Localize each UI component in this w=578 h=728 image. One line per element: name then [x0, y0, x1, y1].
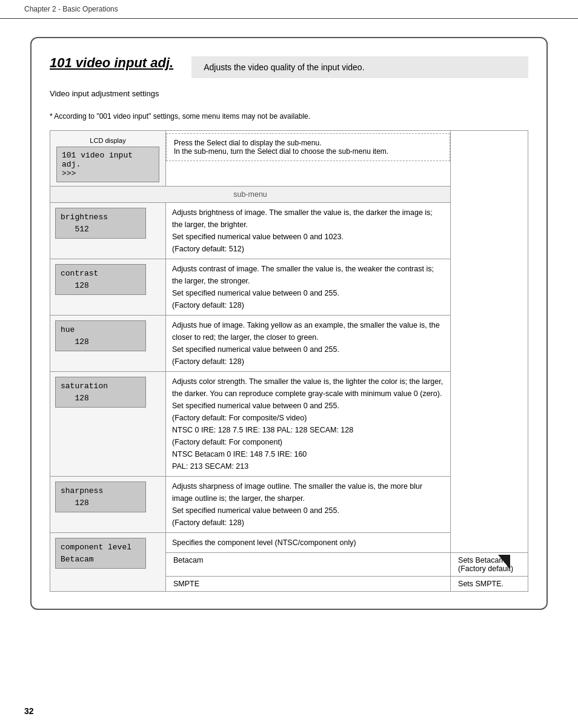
- lcd-cell-1: contrast 128: [50, 259, 166, 316]
- title-description: Adjusts the video quality of the input v…: [191, 56, 528, 78]
- main-table: LCD display 101 video input adj. >>> Pre…: [50, 130, 528, 592]
- next-page-arrow: [498, 555, 510, 569]
- chapter-text: Chapter 2 - Basic Operations: [24, 5, 118, 13]
- component-sub-desc-1: Sets SMPTE.: [451, 577, 528, 592]
- outer-box: 101 video input adj. Adjusts the video q…: [30, 37, 548, 610]
- desc-cell-3: Adjusts color strength. The smaller the …: [166, 372, 451, 477]
- main-content: 101 video input adj. Adjusts the video q…: [0, 19, 578, 628]
- component-sub-label-1: SMPTE: [166, 577, 451, 592]
- desc-cell-0: Adjusts brightness of image. The smaller…: [166, 203, 451, 259]
- page: Chapter 2 - Basic Operations 101 video i…: [0, 0, 578, 728]
- instruction-box: Press the Select dial to display the sub…: [166, 133, 450, 161]
- lcd-cell-3: saturation 128: [50, 372, 166, 477]
- chapter-header: Chapter 2 - Basic Operations: [0, 0, 578, 19]
- desc-cell-4: Adjusts sharpness of image outline. The …: [166, 477, 451, 533]
- lcd-display-1: contrast 128: [55, 264, 146, 295]
- page-title: 101 video input adj.: [50, 55, 173, 71]
- lcd-cell-0: brightness 512: [50, 203, 166, 259]
- sub-menu-label: sub-menu: [50, 187, 451, 203]
- lcd-display-2: hue 128: [55, 320, 146, 351]
- subtitle: Video input adjustment settings: [50, 89, 528, 98]
- lcd-display-3: saturation 128: [55, 377, 146, 408]
- lcd-header: LCD display: [56, 134, 159, 147]
- lcd-cell-2: hue 128: [50, 316, 166, 372]
- lcd-display-0: brightness 512: [55, 208, 146, 239]
- component-sub-label-0: Betacam: [166, 553, 451, 577]
- desc-cell-1: Adjusts contrast of image. The smaller t…: [166, 259, 451, 316]
- lcd-main-display: 101 video input adj. >>>: [56, 147, 159, 182]
- lcd-cell-4: sharpness 128: [50, 477, 166, 533]
- page-number: 32: [24, 706, 34, 716]
- lcd-display-component: component levelBetacam: [55, 538, 146, 569]
- component-sub-desc-0: Sets Betacam (Factory default): [451, 553, 528, 577]
- note: * According to "001 video input" setting…: [50, 112, 528, 121]
- title-section: 101 video input adj. Adjusts the video q…: [50, 55, 528, 78]
- lcd-cell-component: component levelBetacam: [50, 533, 166, 592]
- desc-cell-component: Specifies the component level (NTSC/comp…: [166, 533, 451, 553]
- desc-cell-2: Adjusts hue of image. Taking yellow as a…: [166, 316, 451, 372]
- lcd-display-4: sharpness 128: [55, 481, 146, 512]
